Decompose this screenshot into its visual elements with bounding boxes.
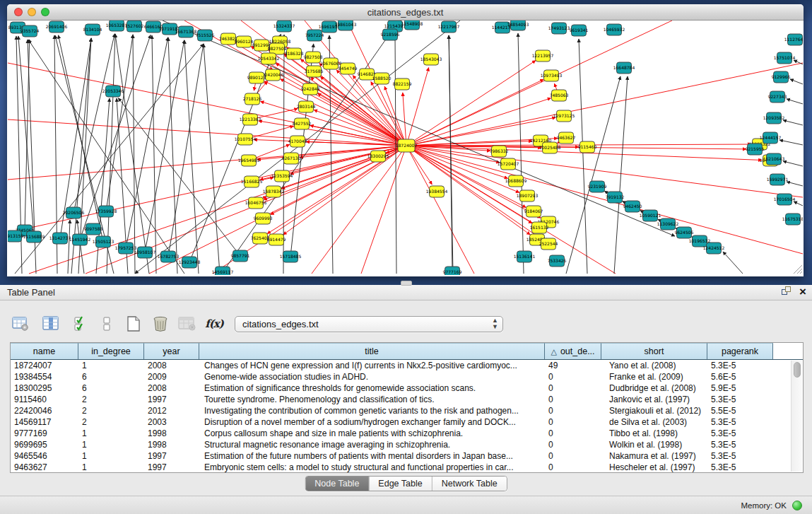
network-edge[interactable] <box>8 119 406 146</box>
network-edge[interactable] <box>329 35 333 274</box>
network-edge[interactable] <box>68 220 70 274</box>
table-vertical-scrollbar[interactable] <box>791 361 802 472</box>
deselect-all-icon[interactable] <box>98 315 116 333</box>
network-edge[interactable] <box>290 146 406 174</box>
network-edge[interactable] <box>723 252 743 274</box>
table-row[interactable]: 911546021997Tourette syndrome. Phenomeno… <box>11 394 791 405</box>
tab-network-table[interactable]: Network Table <box>433 477 507 491</box>
delete-icon[interactable] <box>151 315 170 333</box>
network-edge[interactable] <box>189 34 281 262</box>
table-row[interactable]: 977716911998Corpus callosum shape and si… <box>11 428 791 439</box>
resize-grip[interactable] <box>794 265 802 274</box>
network-node-label: 12444157 <box>760 135 782 140</box>
memory-status-indicator[interactable] <box>792 501 802 510</box>
network-edge[interactable] <box>184 40 199 274</box>
close-window-button[interactable] <box>14 8 23 16</box>
zoom-window-button[interactable] <box>41 8 49 16</box>
network-node-label: 6914479 <box>267 237 286 242</box>
table-row[interactable]: 1872400712008Changes of HCN gene express… <box>11 360 791 371</box>
tab-node-table[interactable]: Node Table <box>305 477 369 491</box>
network-edge[interactable] <box>25 40 30 230</box>
network-node-label: 17359928 <box>95 209 117 214</box>
table-cell: de Silva et al. (2003) <box>601 417 707 427</box>
table-row[interactable]: 1456911722003Disruption of a novel membe… <box>11 416 791 428</box>
table-cell: Changes of HCN gene expression and I(f) … <box>199 361 545 370</box>
network-edge[interactable] <box>145 40 184 252</box>
function-builder-label: f(x) <box>205 317 223 330</box>
table-cell: 0 <box>545 372 601 382</box>
network-edge[interactable] <box>790 79 803 84</box>
network-edge[interactable] <box>152 35 156 274</box>
table-cell: 0 <box>545 462 601 472</box>
memory-status-label: Memory: OK <box>741 501 787 510</box>
table-cell: Tourette syndrome. Phenomenology and cla… <box>199 395 545 404</box>
network-node-label: 15992971 <box>767 177 789 182</box>
network-node-label: 15136141 <box>514 254 536 259</box>
select-all-icon[interactable] <box>72 315 90 333</box>
network-edge[interactable] <box>106 35 133 211</box>
show-columns-icon[interactable] <box>42 315 60 333</box>
table-cell: Corpus callosum shape and size in male p… <box>199 428 545 438</box>
network-edge[interactable] <box>406 79 543 146</box>
table-row[interactable]: 1938455462009Genome-wide association stu… <box>11 371 791 382</box>
column-header-short[interactable]: short <box>601 343 707 359</box>
scrollbar-thumb[interactable] <box>794 362 801 378</box>
network-edge[interactable] <box>18 36 34 237</box>
table-cell: 9463627 <box>11 462 78 472</box>
network-node-label: 3175685 <box>305 69 324 74</box>
column-header-out_de[interactable]: △out_de... <box>545 343 601 359</box>
new-table-icon[interactable] <box>124 315 143 333</box>
float-panel-icon[interactable] <box>782 286 792 297</box>
table-cell: Genome-wide association studies in ADHD. <box>199 372 545 382</box>
network-edge[interactable] <box>406 68 429 146</box>
network-edge[interactable] <box>118 98 240 256</box>
table-row[interactable]: 946554611997Estimation of the future num… <box>11 450 791 462</box>
network-canvas[interactable]: 1872400789313049355724206914068134104106… <box>8 21 803 275</box>
network-edge[interactable] <box>406 146 526 207</box>
network-edge[interactable] <box>783 161 803 166</box>
table-row[interactable]: 946362711997Embryonic stem cells: a mode… <box>11 462 791 472</box>
minimize-window-button[interactable] <box>28 8 36 16</box>
network-node-label: 10107554 <box>235 136 257 141</box>
column-header-name[interactable]: name <box>11 343 78 359</box>
network-edge[interactable] <box>579 39 587 274</box>
column-header-year[interactable]: year <box>144 343 199 359</box>
column-header-title[interactable]: title <box>199 343 545 359</box>
network-edge[interactable] <box>406 146 474 274</box>
network-edge[interactable] <box>406 61 536 146</box>
table-selector-dropdown[interactable]: citations_edges.txt ▲▼ <box>235 316 503 332</box>
network-edge[interactable] <box>264 81 406 146</box>
network-edge[interactable] <box>794 201 803 206</box>
network-edge[interactable] <box>77 220 84 274</box>
network-edge[interactable] <box>126 37 168 248</box>
network-edge[interactable] <box>787 99 803 104</box>
network-node-label: 14569117 <box>212 269 234 274</box>
tab-edge-table[interactable]: Edge Table <box>369 477 432 491</box>
network-edge[interactable] <box>406 146 803 254</box>
network-edge[interactable] <box>73 34 114 213</box>
table-cell: 9777169 <box>11 428 78 438</box>
network-edge[interactable] <box>779 140 803 145</box>
window-titlebar[interactable]: citations_edges.txt <box>7 4 804 21</box>
network-edge[interactable] <box>8 146 406 180</box>
table-mode-icon[interactable] <box>11 315 30 333</box>
network-node-label: 7485063 <box>550 93 569 98</box>
network-edge[interactable] <box>614 76 628 274</box>
network-window[interactable]: citations_edges.txt 18724007893130493557… <box>7 4 804 276</box>
network-edge[interactable] <box>406 21 672 146</box>
network-node-label: 3913159 <box>8 233 24 238</box>
column-header-in_degree[interactable]: in_degree <box>78 343 144 359</box>
column-header-pagerank[interactable]: pagerank <box>707 343 773 359</box>
close-panel-icon[interactable]: × <box>799 287 806 297</box>
network-edge[interactable] <box>204 44 220 274</box>
panel-divider-handle[interactable] <box>401 281 412 286</box>
table-row[interactable]: 969969511998Structural magnetic resonanc… <box>11 439 791 450</box>
network-edge[interactable] <box>566 76 620 274</box>
network-edge[interactable] <box>260 101 406 146</box>
table-row[interactable]: 2242004622012Investigating the contribut… <box>11 405 791 416</box>
network-edge[interactable] <box>168 37 177 274</box>
function-builder-icon[interactable]: f(x) <box>205 315 223 333</box>
table-row[interactable]: 1830029562008Estimation of significance … <box>11 382 791 394</box>
network-edge[interactable] <box>783 120 803 125</box>
network-edge[interactable] <box>787 182 803 186</box>
